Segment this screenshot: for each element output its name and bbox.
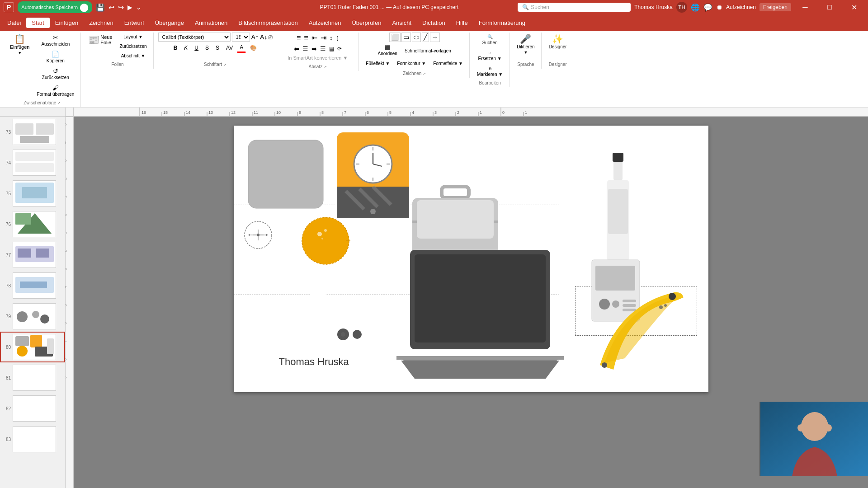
slide-thumb-77[interactable]: 77 (0, 239, 65, 270)
ribbon-btn-format[interactable]: 🖌 Format übertragen (34, 83, 77, 99)
fuelleffekt-button[interactable]: Fülleffekt ▼ (363, 59, 392, 68)
search-box[interactable]: 🔍 Suchen (518, 3, 631, 12)
underline-button[interactable]: U (192, 43, 201, 52)
linespacing-icon[interactable]: ↕ (329, 33, 334, 42)
slide-thumb-82[interactable]: 82 (0, 393, 65, 424)
slide-thumb-78[interactable]: 78 (0, 270, 65, 301)
menu-aufzeichnen[interactable]: Aufzeichnen (303, 18, 347, 28)
anordnen-button[interactable]: ⬛ Anordnen (375, 43, 400, 58)
formeffekte-button[interactable]: Formeffekte ▼ (430, 59, 466, 68)
dark-dots[interactable] (337, 327, 373, 343)
slide-thumb-74[interactable]: 74 (0, 147, 65, 178)
more-tools-icon[interactable]: ⌄ (136, 4, 142, 11)
bold-button[interactable]: B (171, 43, 180, 52)
ribbon-btn-kopieren[interactable]: 📄 Kopieren (34, 49, 77, 65)
justify-icon[interactable]: ☰ (319, 44, 327, 53)
italic-button[interactable]: K (181, 43, 190, 52)
maximize-button[interactable]: □ (819, 0, 840, 14)
ribbon-btn-zuruecksetzen2[interactable]: Zurücksetzen (117, 42, 150, 51)
menu-ansicht[interactable]: Ansicht (387, 18, 417, 28)
formkontur-button[interactable]: Formkontur ▼ (394, 59, 429, 68)
crescent-shape[interactable] (288, 284, 333, 329)
save-icon[interactable]: 💾 (96, 3, 105, 12)
ribbon-btn-einfuegen[interactable]: 📋 Einfügen ▼ (7, 33, 32, 57)
shadow-button[interactable]: S (213, 43, 222, 52)
clear-format-icon[interactable]: ⎚ (269, 33, 272, 41)
ribbon-btn-zuruecksetzen[interactable]: ↺ Zurücksetzen (34, 66, 77, 82)
menu-einfuegen[interactable]: Einfügen (50, 18, 84, 28)
slide-thumb-80[interactable]: 80 (0, 332, 65, 362)
present-icon[interactable]: ▶ (127, 4, 132, 11)
ribbon-btn-suchen[interactable]: 🔍 Suchen (474, 33, 505, 47)
fontcolor-button[interactable]: A (237, 43, 246, 53)
menu-start[interactable]: Start (26, 18, 49, 28)
menu-datei[interactable]: Datei (2, 18, 26, 28)
align-center-icon[interactable]: ☰ (302, 44, 309, 53)
textdirection-icon[interactable]: ⟳ (336, 45, 343, 53)
banana[interactable] (582, 284, 690, 379)
menu-ueberpruefen[interactable]: Überprüfen (346, 18, 387, 28)
slide-thumb-75[interactable]: 75 (0, 178, 65, 209)
ribbon-btn-layout[interactable]: Layout ▼ (117, 33, 150, 41)
minimize-button[interactable]: ─ (795, 0, 816, 14)
font-size-selector[interactable]: 18 (232, 33, 250, 42)
shape-rect[interactable]: ⬜ (389, 33, 401, 42)
slide-canvas[interactable]: Thomas Hruska (234, 126, 708, 392)
indent-less-icon[interactable]: ⇤ (311, 33, 318, 43)
list-number-icon[interactable]: ≡ (303, 33, 309, 43)
bottle[interactable] (600, 153, 636, 275)
freigeben-label[interactable]: Freigeben (760, 3, 791, 11)
slide-thumb-81[interactable]: 81 (0, 362, 65, 393)
undo-icon[interactable]: ↩ (108, 3, 114, 12)
circle-target[interactable] (244, 221, 273, 250)
menu-hilfe[interactable]: Hilfe (451, 18, 473, 28)
ribbon-btn-diktieren[interactable]: 🎤 Diktieren ▼ (514, 33, 537, 56)
ribbon-btn-ersetzen[interactable]: ↔ Ersetzen ▼ (474, 48, 505, 63)
share-icon[interactable]: 🌐 (691, 3, 700, 12)
redo-icon[interactable]: ↪ (118, 3, 124, 12)
charspacing-button[interactable]: AV (223, 43, 236, 52)
canvas-area[interactable]: Thomas Hruska (74, 117, 868, 488)
textalign-icon[interactable]: ▤ (328, 45, 335, 53)
ribbon-btn-abschnitt[interactable]: Abschnitt ▼ (117, 52, 150, 60)
slide-thumb-83[interactable]: 83 (0, 424, 65, 455)
menu-zeichnen[interactable]: Zeichnen (84, 18, 118, 28)
indent-more-icon[interactable]: ⇥ (320, 33, 327, 43)
decrease-font-icon[interactable]: A↓ (260, 33, 267, 41)
close-button[interactable]: ✕ (844, 0, 864, 14)
aufzeichnen-label[interactable]: Aufzeichnen (726, 4, 756, 10)
menu-formformatierung[interactable]: Formformatierung (473, 18, 531, 28)
increase-font-icon[interactable]: A↑ (251, 33, 259, 41)
user-avatar[interactable]: TH (676, 2, 687, 13)
menu-uebergaenge[interactable]: Übergänge (150, 18, 189, 28)
highlight-button[interactable]: 🎨 (247, 43, 259, 52)
font-selector[interactable]: Calibri (Textkörper) (158, 33, 231, 42)
record-icon[interactable]: ⏺ (716, 4, 722, 11)
align-left-icon[interactable]: ⬅ (293, 44, 300, 53)
autosave-toggle[interactable]: Automatisches Speichern ⬤ (18, 1, 92, 13)
slide-thumb-76[interactable]: 76 (0, 209, 65, 239)
ribbon-btn-designer[interactable]: ✨ Designer (546, 33, 570, 51)
strikethrough-button[interactable]: S (203, 43, 212, 52)
gray-rounded-rect[interactable] (247, 139, 324, 209)
laptop[interactable] (396, 250, 564, 381)
ribbon-btn-markieren[interactable]: 🖱 Markieren ▼ (474, 64, 505, 79)
shape-rounded-rect[interactable]: ▭ (401, 33, 411, 42)
menu-bildschirm[interactable]: Bildschirmpräsentation (233, 18, 303, 28)
shape-arrow[interactable]: → (430, 33, 440, 42)
menu-dictation[interactable]: Dictation (417, 18, 451, 28)
orange-ball[interactable] (301, 216, 350, 266)
slide-thumb-73[interactable]: 73 (0, 117, 65, 147)
menu-entwurf[interactable]: Entwurf (119, 18, 150, 28)
shape-line[interactable]: ╱ (422, 33, 429, 42)
list-bullet-icon[interactable]: ≡ (296, 33, 302, 43)
align-right-icon[interactable]: ➡ (311, 44, 318, 53)
ribbon-btn-ausschneiden[interactable]: ✂ Ausschneiden (34, 33, 77, 48)
menu-animationen[interactable]: Animationen (189, 18, 233, 28)
shape-oval[interactable]: ⬭ (412, 33, 421, 42)
schnellformate-button[interactable]: Schnellformat-vorlagen (402, 47, 454, 55)
comments-icon[interactable]: 💬 (703, 3, 712, 12)
yellow-device-box[interactable] (337, 132, 411, 221)
ribbon-btn-neue-folie[interactable]: 📰 NeueFolie (85, 33, 115, 47)
columns-icon[interactable]: ⫿ (335, 33, 340, 42)
